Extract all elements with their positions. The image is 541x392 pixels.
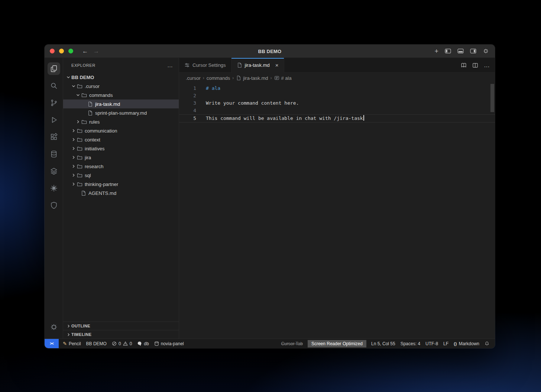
timeline-panel-header[interactable]: TIMELINE — [63, 330, 179, 339]
problems-status-item[interactable]: 0 0 — [109, 341, 135, 346]
status-label: BB DEMO — [86, 341, 107, 346]
breadcrumb-label: # ala — [281, 75, 292, 81]
tree-item-commands[interactable]: commands — [63, 91, 179, 99]
line-col-status-item[interactable]: Ln 5, Col 55 — [369, 341, 398, 346]
chevron-down-icon — [65, 75, 71, 80]
editor-line[interactable]: 2 — [179, 92, 495, 99]
tree-item-cursor[interactable]: .cursor — [63, 82, 179, 91]
breadcrumb-item[interactable]: # ala — [274, 75, 292, 81]
chevron-separator-icon: › — [202, 75, 205, 81]
new-tab-icon[interactable]: + — [434, 48, 438, 55]
breadcrumb-item[interactable]: .cursor — [186, 75, 201, 81]
symbol-icon — [274, 75, 279, 81]
db-status-item[interactable]: db — [135, 341, 151, 346]
tree-item-rules[interactable]: rules — [63, 117, 179, 126]
line-number: 2 — [179, 92, 196, 99]
pencil-status-item[interactable]: ✎ Pencil — [60, 341, 84, 346]
toggle-secondary-sidebar-icon[interactable] — [470, 49, 476, 53]
eol-status-item[interactable]: LF — [441, 341, 451, 346]
tab-bar: Cursor Settings jira-task.md × … — [179, 58, 495, 73]
language-mode-status-item[interactable]: {} Markdown — [451, 341, 482, 346]
code-text: # ala — [206, 85, 220, 92]
close-tab-icon[interactable]: × — [275, 62, 279, 68]
back-icon[interactable]: ← — [82, 48, 88, 54]
scrollbar-thumb[interactable] — [490, 84, 494, 112]
forward-icon[interactable]: → — [93, 48, 99, 54]
search-icon[interactable] — [45, 77, 63, 94]
status-label: db — [144, 341, 149, 346]
toggle-sidebar-icon[interactable] — [445, 49, 451, 53]
folder-icon — [77, 173, 82, 178]
settings-gear-icon[interactable] — [45, 318, 63, 336]
braces-icon: {} — [454, 342, 457, 346]
tab-jira-task[interactable]: jira-task.md × — [231, 58, 284, 73]
tree-item-label: initiatives — [85, 146, 104, 151]
tree-item-sprint-plan-summary[interactable]: sprint-plan-summary.md — [63, 108, 179, 117]
tree-item-communication[interactable]: communication — [63, 126, 179, 135]
chevron-right-icon — [75, 119, 81, 124]
tab-cursor-settings[interactable]: Cursor Settings — [179, 58, 231, 72]
remote-indicator[interactable]: >< — [45, 339, 59, 348]
source-control-icon[interactable] — [45, 94, 63, 111]
code-text: Write your command content here. — [206, 99, 299, 107]
spark-icon[interactable] — [45, 180, 63, 197]
folder-icon — [77, 128, 82, 134]
folder-icon — [77, 137, 82, 143]
breadcrumb: .cursor › commands › jira-task.md › # al… — [179, 73, 495, 83]
workspace-status-item[interactable]: BB DEMO — [84, 341, 109, 346]
database-icon[interactable] — [45, 146, 63, 163]
tree-item-agents-md[interactable]: AGENTS.md — [63, 189, 179, 197]
tree-item-label: BB DEMO — [71, 75, 94, 80]
close-window-button[interactable] — [50, 49, 55, 53]
tree-item-label: context — [85, 137, 100, 143]
tree-item-jira-task[interactable]: jira-task.md — [63, 99, 179, 108]
file-icon — [80, 190, 86, 196]
tree-item-context[interactable]: context — [63, 135, 179, 144]
breadcrumb-label: jira-task.md — [243, 75, 268, 81]
breadcrumb-item[interactable]: jira-task.md — [236, 75, 268, 81]
sidebar-header: EXPLORER … — [63, 58, 179, 73]
breadcrumb-item[interactable]: commands — [207, 75, 230, 81]
screen-reader-status-item[interactable]: Screen Reader Optimized — [308, 340, 366, 347]
minimize-window-button[interactable] — [59, 49, 64, 53]
tree-item-research[interactable]: research — [63, 162, 179, 171]
settings-gear-icon[interactable] — [483, 48, 489, 54]
encoding-status-item[interactable]: UTF-8 — [423, 341, 441, 346]
notifications-status-item[interactable] — [482, 341, 492, 346]
split-editor-icon[interactable] — [472, 62, 478, 68]
chevron-down-icon — [71, 84, 77, 89]
text-cursor — [363, 115, 364, 121]
tree-item-jira[interactable]: jira — [63, 153, 179, 162]
zoom-window-button[interactable] — [68, 49, 73, 53]
error-count: 0 — [119, 341, 121, 346]
editor-line-current[interactable]: 5 This command will be available in chat… — [179, 114, 495, 122]
explorer-icon[interactable] — [45, 60, 63, 77]
indentation-status-item[interactable]: Spaces: 4 — [398, 341, 423, 346]
editor-line[interactable]: 3 Write your command content here. — [179, 99, 495, 107]
code-editor[interactable]: 1 # ala 2 3 Write your command content h… — [179, 83, 495, 339]
toggle-panel-icon[interactable] — [457, 49, 464, 53]
run-debug-icon[interactable] — [45, 111, 63, 128]
tree-item-label: thinking-partner — [85, 182, 118, 187]
pencil-icon: ✎ — [63, 341, 67, 346]
shield-icon[interactable] — [45, 197, 63, 214]
tree-item-thinking-partner[interactable]: thinking-partner — [63, 180, 179, 189]
tree-item-initiatives[interactable]: initiatives — [63, 144, 179, 153]
outline-panel-header[interactable]: OUTLINE — [63, 321, 179, 330]
folder-icon — [77, 84, 82, 89]
tree-item-sql[interactable]: sql — [63, 171, 179, 180]
error-icon — [112, 341, 117, 346]
novia-panel-status-item[interactable]: novia-panel — [152, 341, 187, 346]
editor-line[interactable]: 4 — [179, 107, 495, 114]
line-number: 1 — [179, 85, 196, 92]
editor-line[interactable]: 1 # ala — [179, 85, 495, 92]
panel-title: TIMELINE — [71, 332, 92, 337]
tree-root-bb-demo[interactable]: BB DEMO — [63, 73, 179, 82]
status-label: Markdown — [459, 341, 479, 346]
extensions-icon[interactable] — [45, 128, 63, 146]
layers-icon[interactable] — [45, 163, 63, 180]
panel-title: OUTLINE — [71, 324, 90, 328]
cursor-tab-status-item[interactable]: Cursor Tab — [278, 341, 305, 346]
open-preview-icon[interactable] — [461, 62, 467, 68]
status-label: Cursor Tab — [281, 341, 302, 346]
